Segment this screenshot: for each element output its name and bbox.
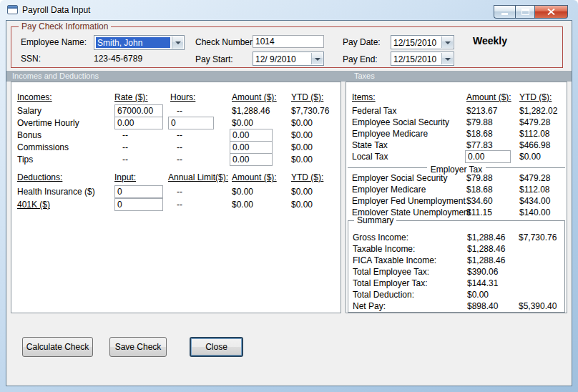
close-button[interactable]: Close [190,337,243,357]
taxes-header-amount: Amount ($): [466,92,511,102]
overtime-label: Overtime Hourly [17,118,79,128]
net-pay-amount: $898.40 [467,301,498,311]
employer-ss-label: Employer Social Security [352,173,447,183]
tips-hours-value: -- [177,155,182,165]
employer-fed-unemployment-amount: $34.60 [466,196,493,206]
maximize-icon [521,9,529,15]
incomes-deductions-panel: Incomes: Rate ($): Hours: Amount ($): YT… [11,82,341,313]
employee-name-dropdown-button[interactable] [172,36,183,49]
health-insurance-ytd-value: $0.00 [291,187,313,197]
tips-amount-input[interactable] [230,153,273,166]
pay-frequency-label: Weekly [473,35,507,46]
k401-input[interactable] [114,198,163,211]
k401-limit-value: -- [177,200,182,210]
fica-taxable-income-amount: $1,288.46 [467,255,505,265]
overtime-rate-input[interactable] [114,117,163,129]
calculate-check-button[interactable]: Calculate Check [22,337,93,357]
taxes-header-ytd: YTD ($): [519,92,552,102]
section-header-bar: Incomes and Deductions Taxes [6,71,572,82]
employee-name-select[interactable]: Smith, John [94,35,185,50]
salary-rate-input[interactable] [114,104,163,117]
health-insurance-label: Health Insurance ($) [17,187,95,197]
employer-medicare-amount: $18.68 [466,185,493,195]
pay-start-label: Pay Start: [195,54,233,64]
salary-ytd-value: $7,730.76 [291,106,329,116]
federal-tax-ytd: $1,282.02 [519,106,557,116]
deductions-header-amount: Amount ($): [232,172,277,182]
ssn-label: SSN: [21,54,41,64]
bonus-ytd-value: $0.00 [291,130,313,140]
pay-start-dropdown-button[interactable] [311,53,323,64]
net-pay-ytd: $5,390.40 [519,301,557,311]
incomes-header-ytd: YTD ($): [291,92,323,102]
maximize-button[interactable] [515,5,535,19]
deductions-header-ytd: YTD ($): [291,172,323,182]
paycheck-info-legend: Pay Check Information [19,21,111,31]
close-icon [547,9,555,15]
tips-ytd-value: $0.00 [291,155,313,165]
incomes-header-amount: Amount ($): [232,92,277,102]
employer-fed-unemployment-label: Employer Fed Unemployment [352,196,466,206]
taxable-income-label: Taxable Income: [353,244,415,254]
title-bar[interactable]: Payroll Data Input [0,0,578,20]
employer-fed-unemployment-ytd: $434.00 [519,196,550,206]
pay-start-picker[interactable]: 12/ 9/2010 [253,52,324,66]
health-insurance-limit-value: -- [177,187,182,197]
pay-date-picker[interactable]: 12/15/2010 [391,35,454,49]
deductions-header-input: Input: [114,172,136,182]
pay-end-picker[interactable]: 12/15/2010 [391,52,454,66]
save-check-button[interactable]: Save Check [109,337,167,357]
employee-medicare-label: Employee Medicare [352,129,428,139]
close-window-button[interactable] [535,5,568,19]
taxable-income-amount: $1,288.46 [467,244,505,254]
pay-end-label: Pay End: [343,54,378,64]
state-tax-ytd: $466.98 [519,140,550,150]
bonus-amount-input[interactable] [230,129,273,142]
window-title: Payroll Data Input [22,5,90,15]
total-employee-tax-amount: $390.06 [467,267,498,277]
local-tax-input[interactable] [465,150,511,163]
employee-name-label: Employee Name: [21,37,87,47]
total-deduction-amount: $0.00 [467,290,489,300]
employer-ss-amount: $79.88 [466,173,493,183]
employee-name-value: Smith, John [96,37,170,48]
employer-ss-ytd: $479.28 [519,173,550,183]
salary-hours-value: -- [177,106,182,116]
employee-medicare-ytd: $112.08 [519,129,550,139]
pay-date-dropdown-button[interactable] [441,36,453,48]
k401-ytd-value: $0.00 [291,200,313,210]
pay-date-value: 12/15/2010 [393,37,440,47]
commissions-rate-value: -- [122,142,128,152]
taxes-section-title: Taxes [354,72,375,80]
deductions-header-limit: Annual Limit($): [168,172,228,182]
minimize-button[interactable] [494,5,515,19]
employer-state-unemployment-ytd: $140.00 [519,207,550,217]
k401-link[interactable]: 401K ($) [17,200,50,210]
tips-rate-value: -- [122,155,128,165]
commissions-hours-value: -- [177,142,182,152]
commissions-label: Commissions [17,142,69,152]
employee-ss-amount: $79.88 [466,117,493,127]
pay-end-dropdown-button[interactable] [441,53,453,64]
chevron-down-icon [315,58,320,61]
overtime-hours-input[interactable] [168,117,214,129]
health-insurance-input[interactable] [114,185,163,198]
gross-income-amount: $1,288.46 [467,232,505,242]
client-area: Pay Check Information Employee Name: Smi… [6,20,572,386]
net-pay-label: Net Pay: [353,301,386,311]
employee-ss-label: Employee Social Security [352,117,449,127]
check-number-input[interactable] [253,35,324,48]
minimize-icon [501,9,509,15]
federal-tax-amount: $213.67 [466,106,497,116]
taxes-panel: Items: Amount ($): YTD ($): Federal Tax … [346,82,567,313]
state-tax-label: State Tax [352,140,388,150]
commissions-amount-input[interactable] [230,141,273,154]
overtime-amount-value: $0.00 [232,118,253,128]
overtime-ytd-value: $0.00 [291,118,313,128]
pay-start-value: 12/ 9/2010 [255,54,310,64]
incomes-section-title: Incomes and Deductions [12,72,99,80]
gross-income-ytd: $7,730.76 [519,232,557,242]
total-employer-tax-label: Total Employer Tax: [353,278,428,288]
pay-date-label: Pay Date: [343,37,381,47]
incomes-header-name: Incomes: [17,92,52,102]
